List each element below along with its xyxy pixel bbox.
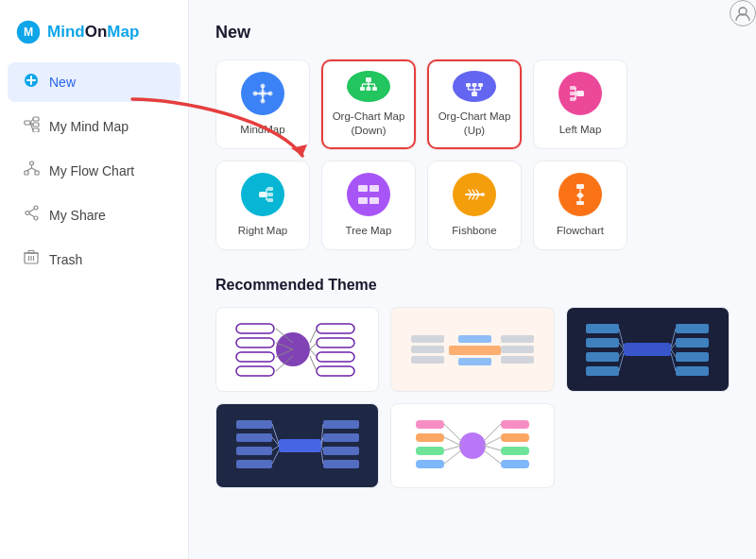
map-card-org-chart-up[interactable]: Org-Chart Map (Up) [427,59,522,149]
svg-line-150 [321,450,323,464]
svg-rect-135 [236,420,272,429]
svg-rect-93 [236,338,274,347]
user-avatar[interactable] [730,0,756,26]
svg-rect-114 [501,335,534,343]
svg-rect-110 [458,358,491,365]
sidebar-item-my-share[interactable]: My Share [8,195,180,235]
svg-rect-109 [458,335,491,343]
svg-line-22 [29,214,34,217]
svg-rect-50 [466,83,471,87]
sidebar-item-label-mindmap: My Mind Map [49,119,129,134]
tree-map-icon [347,173,390,216]
theme-card-2[interactable] [390,307,554,392]
svg-rect-86 [576,184,584,189]
theme-card-4[interactable] [215,403,379,488]
map-card-org-chart-down[interactable]: Org-Chart Map (Down) [321,59,416,149]
svg-rect-156 [501,420,529,429]
svg-marker-87 [576,192,584,199]
flowchart-icon [558,173,602,216]
svg-rect-113 [411,356,444,364]
svg-rect-95 [236,366,274,376]
svg-point-85 [481,193,485,196]
svg-point-20 [26,212,29,215]
svg-rect-49 [472,92,477,96]
svg-rect-88 [576,201,584,205]
map-card-tree-map[interactable]: Tree Map [321,161,416,250]
svg-rect-142 [323,460,359,468]
svg-rect-117 [624,343,671,356]
svg-rect-121 [586,366,619,376]
svg-rect-153 [416,433,444,442]
svg-point-38 [253,92,258,96]
svg-rect-155 [416,460,444,468]
svg-line-106 [310,349,317,357]
left-map-label: Left Map [559,123,602,137]
sidebar: M MindOnMap New My Mind Map My Flow Char… [0,0,189,559]
svg-rect-96 [317,324,354,333]
svg-rect-40 [366,77,371,82]
theme-card-3[interactable] [566,307,730,392]
svg-rect-66 [259,192,266,197]
fishbone-label: Fishbone [452,224,496,238]
svg-rect-6 [33,117,39,121]
svg-rect-138 [236,460,272,468]
map-card-right-map[interactable]: Right Map [215,161,310,250]
svg-point-12 [29,161,33,165]
svg-line-107 [310,356,317,371]
svg-rect-14 [35,171,39,175]
svg-rect-61 [570,97,576,101]
theme-grid [215,307,730,488]
svg-rect-67 [267,187,273,191]
svg-rect-120 [586,352,619,362]
svg-point-19 [34,216,38,220]
sidebar-item-my-mind-map[interactable]: My Mind Map [8,106,180,146]
svg-rect-152 [416,420,444,429]
svg-rect-115 [501,346,534,353]
svg-rect-94 [236,352,274,362]
svg-rect-97 [317,338,354,347]
svg-line-166 [484,446,501,450]
main-content: New [189,0,756,559]
svg-line-9 [30,119,33,123]
svg-rect-58 [576,91,584,96]
svg-rect-154 [416,447,444,455]
mindmap-icon [241,72,284,115]
sidebar-item-trash[interactable]: Trash [8,239,180,280]
map-card-flowchart[interactable]: Flowchart [533,161,627,250]
svg-point-151 [459,432,486,459]
flowchart-label: Flowchart [557,224,604,238]
theme-card-5[interactable] [390,403,554,488]
svg-point-39 [268,92,273,96]
svg-rect-111 [411,335,444,343]
svg-point-37 [261,99,266,104]
svg-rect-4 [26,79,36,81]
svg-rect-77 [369,197,379,204]
svg-text:M: M [24,25,33,39]
sidebar-item-my-flow-chart[interactable]: My Flow Chart [8,150,180,191]
mindmap-nav-icon [23,116,40,136]
svg-rect-118 [586,324,619,333]
map-card-mindmap[interactable]: MindMap [215,59,310,149]
svg-rect-8 [33,128,39,132]
logo-icon: M [15,19,42,45]
svg-rect-42 [372,87,377,91]
logo-text: MindOnMap [47,23,139,42]
svg-line-126 [619,329,624,347]
svg-rect-112 [411,346,444,353]
svg-line-104 [310,329,317,343]
new-section-title: New [215,23,730,42]
svg-rect-141 [323,447,359,455]
svg-rect-59 [570,86,576,90]
svg-rect-134 [279,439,321,452]
plus-icon [23,73,40,92]
theme-card-1[interactable] [215,307,379,392]
map-card-fishbone[interactable]: Fishbone [427,161,522,250]
sidebar-item-label-new: New [49,75,76,90]
svg-line-163 [444,450,461,464]
org-chart-up-label: Org-Chart Map (Up) [435,110,514,138]
map-card-left-map[interactable]: Left Map [533,59,627,149]
sidebar-item-new[interactable]: New [8,62,180,102]
sidebar-item-label-share: My Share [49,208,106,223]
svg-line-130 [671,329,676,347]
svg-rect-25 [28,251,34,254]
